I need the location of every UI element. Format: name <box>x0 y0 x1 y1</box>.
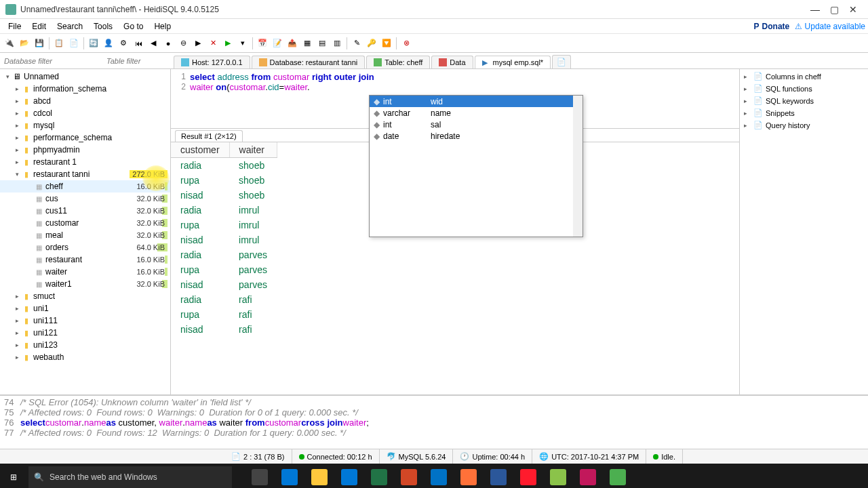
ac-item-hiredate[interactable]: ◆datehiredate <box>370 130 583 142</box>
tb-cancel[interactable]: ✕ <box>206 37 220 50</box>
tb-open[interactable]: 📂 <box>18 37 31 50</box>
taskbar-firefox[interactable] <box>454 464 483 488</box>
table-row[interactable]: radiashoeb <box>171 158 277 173</box>
ac-item-wid[interactable]: ◆intwid <box>370 96 583 107</box>
tb-next-no[interactable]: ⊖ <box>176 37 190 50</box>
tree-table-orders[interactable]: orders64.0 KiB <box>0 241 170 253</box>
database-filter-input[interactable] <box>0 53 102 68</box>
tree-table-cus[interactable]: cus32.0 KiB <box>0 192 170 205</box>
table-row[interactable]: nisadparves <box>171 277 277 292</box>
ac-item-sal[interactable]: ◆intsal <box>370 119 583 130</box>
database-tree[interactable]: ▾🖥Unnamed▸information_schema▸abcd▸cdcol▸… <box>0 69 171 394</box>
table-row[interactable]: ruparafi <box>171 307 277 322</box>
tb-first[interactable]: ⏮ <box>132 37 145 50</box>
close-button[interactable]: ✕ <box>844 3 863 16</box>
taskbar-app[interactable] <box>574 464 602 488</box>
menu-search[interactable]: Search <box>52 20 88 33</box>
tree-db-restaurant tanni[interactable]: ▾restaurant tanni272.0 KiB <box>0 168 170 180</box>
autocomplete-scrollbar[interactable] <box>573 96 583 237</box>
tb-funnel[interactable]: 🔽 <box>380 37 393 50</box>
tb-run[interactable]: ▶ <box>221 37 235 50</box>
tb-grid2[interactable]: ▤ <box>315 37 329 50</box>
tree-table-customar[interactable]: customar32.0 KiB <box>0 217 170 229</box>
col-customer[interactable]: customer <box>171 142 229 158</box>
update-link[interactable]: ⚠ Update available <box>795 22 865 31</box>
tree-table-waiter[interactable]: waiter16.0 KiB <box>0 266 170 278</box>
tree-db-webauth[interactable]: ▸webauth <box>0 351 170 363</box>
menu-edit[interactable]: Edit <box>26 20 52 33</box>
taskbar-notepad[interactable] <box>544 464 572 488</box>
tree-db-smuct[interactable]: ▸smuct <box>0 290 170 302</box>
tab-table[interactable]: Table: cheff <box>366 56 430 68</box>
menu-help[interactable]: Help <box>149 20 176 33</box>
tree-db-uni1[interactable]: ▸uni1 <box>0 302 170 314</box>
table-row[interactable]: nisadshoeb <box>171 188 277 203</box>
tb-calendar[interactable]: 📅 <box>256 37 269 50</box>
tree-db-uni121[interactable]: ▸uni121 <box>0 327 170 339</box>
tb-copy[interactable]: 📋 <box>52 37 66 50</box>
tree-db-performance_schema[interactable]: ▸performance_schema <box>0 131 170 144</box>
menu-tools[interactable]: Tools <box>88 20 118 33</box>
autocomplete-popup[interactable]: ◆intwid◆varcharname◆intsal◆datehiredate <box>369 95 583 237</box>
tb-prev[interactable]: ◀ <box>146 37 160 50</box>
tb-users[interactable]: 👤 <box>102 37 115 50</box>
tree-db-phpmyadmin[interactable]: ▸phpmyadmin <box>0 144 170 156</box>
tb-close-tab[interactable]: ⊗ <box>399 37 413 50</box>
tree-table-cheff[interactable]: cheff16.0 KiB <box>0 180 170 192</box>
rp-SQL keywords[interactable]: ▸📄SQL keywords <box>741 95 867 107</box>
tree-db-cdcol[interactable]: ▸cdcol <box>0 107 170 119</box>
menu-goto[interactable]: Go to <box>118 20 149 33</box>
table-row[interactable]: radiaparves <box>171 247 277 262</box>
rp-SQL functions[interactable]: ▸📄SQL functions <box>741 83 867 95</box>
taskbar-powerpoint[interactable] <box>395 464 423 488</box>
tab-query[interactable]: ▶mysql emp.sql* <box>475 56 551 68</box>
table-row[interactable]: rupaimrul <box>171 218 277 232</box>
donate-button[interactable]: PDonate <box>749 22 795 31</box>
task-view-icon[interactable] <box>245 464 274 488</box>
tb-grid3[interactable]: ▥ <box>330 37 344 50</box>
tree-db-mysql[interactable]: ▸mysql <box>0 119 170 131</box>
tb-settings[interactable]: ⚙ <box>117 37 130 50</box>
tree-root[interactable]: ▾🖥Unnamed <box>0 70 170 83</box>
taskbar-excel[interactable] <box>365 464 393 488</box>
tb-sql[interactable]: 📝 <box>271 37 284 50</box>
rp-Snippets[interactable]: ▸📄Snippets <box>741 107 867 119</box>
taskbar-word[interactable] <box>484 464 513 488</box>
tab-host[interactable]: Host: 127.0.0.1 <box>174 56 250 68</box>
menu-file[interactable]: File <box>3 20 26 33</box>
start-button[interactable]: ⊞ <box>0 464 27 488</box>
taskbar-explorer[interactable] <box>305 464 334 488</box>
tree-db-information_schema[interactable]: ▸information_schema <box>0 83 170 95</box>
table-row[interactable]: radiaimrul <box>171 203 277 218</box>
tree-db-uni111[interactable]: ▸uni111 <box>0 314 170 327</box>
rp-Columns in cheff[interactable]: ▸📄Columns in cheff <box>741 70 867 83</box>
tab-new-query[interactable]: 📄 <box>552 55 571 68</box>
tab-database[interactable]: Database: restaurant tanni <box>252 56 366 68</box>
tb-paste[interactable]: 📄 <box>67 37 81 50</box>
table-row[interactable]: nisadrafi <box>171 322 277 337</box>
tree-db-restaurant 1[interactable]: ▸restaurant 1 <box>0 156 170 168</box>
tb-run-dd[interactable]: ▾ <box>236 37 250 50</box>
ac-item-name[interactable]: ◆varcharname <box>370 107 583 119</box>
taskbar-edge[interactable] <box>275 464 304 488</box>
maximize-button[interactable]: ▢ <box>825 3 844 16</box>
table-row[interactable]: rupaparves <box>171 262 277 277</box>
table-row[interactable]: radiarafi <box>171 292 277 307</box>
log-panel[interactable]: 74/* SQL Error (1054): Unknown column 'w… <box>0 394 868 449</box>
tree-db-abcd[interactable]: ▸abcd <box>0 95 170 107</box>
tree-table-waiter1[interactable]: waiter132.0 KiB <box>0 278 170 290</box>
result-tab-1[interactable]: Result #1 (2×12) <box>175 130 243 142</box>
table-row[interactable]: nisadimrul <box>171 232 277 247</box>
minimize-button[interactable]: — <box>806 3 825 16</box>
tree-db-uni123[interactable]: ▸uni123 <box>0 339 170 351</box>
tb-refresh[interactable]: 🔄 <box>87 37 100 50</box>
taskbar-outlook[interactable] <box>425 464 453 488</box>
tree-table-cus11[interactable]: cus1132.0 KiB <box>0 205 170 217</box>
taskbar-store[interactable] <box>335 464 363 488</box>
tb-edit[interactable]: ✎ <box>350 37 363 50</box>
tab-data[interactable]: Data <box>431 56 473 68</box>
col-waiter[interactable]: waiter <box>229 142 277 158</box>
tree-table-restaurant[interactable]: restaurant16.0 KiB <box>0 253 170 266</box>
rp-Query history[interactable]: ▸📄Query history <box>741 119 867 131</box>
tb-new-session[interactable]: 🔌 <box>3 37 16 50</box>
